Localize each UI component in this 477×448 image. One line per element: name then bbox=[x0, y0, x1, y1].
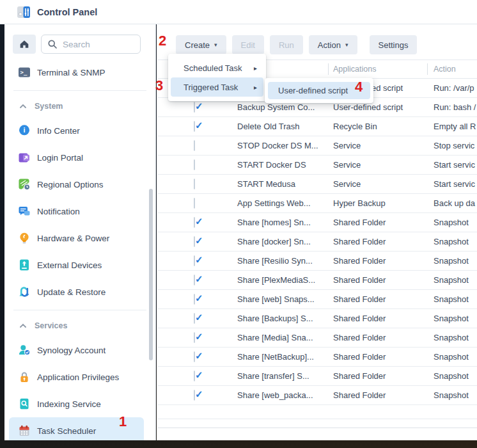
sidebar-item-application-privileges[interactable]: Application Privileges bbox=[9, 364, 144, 390]
sidebar-item-label: Login Portal bbox=[37, 153, 83, 163]
row-checkbox[interactable]: ✓ bbox=[194, 275, 195, 285]
step-annotation-4: 4 bbox=[355, 80, 363, 94]
terminal-icon: >_ bbox=[18, 66, 31, 79]
task-name-cell: Share [homes] Sn... bbox=[222, 218, 328, 227]
svg-text:>_: >_ bbox=[20, 69, 27, 76]
sidebar-item-label: External Devices bbox=[37, 260, 102, 270]
sidebar-item-info-center[interactable]: i Info Center bbox=[9, 117, 144, 144]
menu-item-triggered-task[interactable]: Triggered Task ▸ bbox=[171, 77, 263, 97]
row-checkbox[interactable] bbox=[194, 159, 195, 170]
caret-down-icon: ▾ bbox=[214, 42, 217, 48]
sidebar-item-label: Task Scheduler bbox=[37, 426, 96, 436]
table-row[interactable]: ✓ Share [Backups] S... Shared Folder Sna… bbox=[158, 309, 477, 328]
sidebar-item-hardware-power[interactable]: Hardware & Power bbox=[9, 225, 144, 252]
row-checkbox[interactable] bbox=[194, 198, 195, 209]
task-name-cell: START Medusa bbox=[222, 179, 328, 189]
row-checkbox[interactable]: ✓ bbox=[194, 332, 195, 343]
task-app-cell: Shared Folder bbox=[328, 275, 427, 285]
indexing-icon bbox=[18, 397, 31, 410]
task-name-cell: START Docker DS bbox=[222, 160, 328, 170]
table-row[interactable]: STOP Docker DS M... Service Stop servic bbox=[158, 136, 477, 156]
sidebar-item-update-restore[interactable]: Update & Restore bbox=[9, 278, 144, 305]
row-checkbox[interactable] bbox=[194, 140, 195, 151]
sidebar-item-label: Indexing Service bbox=[37, 399, 101, 409]
sidebar: >_ Terminal & SNMP System i Info Center … bbox=[4, 24, 156, 440]
search-input[interactable] bbox=[61, 39, 134, 50]
row-checkbox[interactable]: ✓ bbox=[194, 121, 195, 132]
account-icon bbox=[18, 344, 31, 356]
calendar-icon bbox=[18, 424, 31, 437]
home-icon bbox=[19, 38, 30, 50]
task-app-cell: Shared Folder bbox=[328, 294, 427, 304]
section-label: System bbox=[35, 102, 63, 111]
menu-item-scheduled-task[interactable]: Scheduled Task ▸ bbox=[171, 58, 263, 77]
task-action-cell: Snapshot bbox=[427, 218, 477, 227]
table-row[interactable]: ✓ Share [transfer] S... Shared Folder Sn… bbox=[158, 367, 477, 386]
task-action-cell: Snapshot bbox=[427, 237, 477, 246]
sidebar-item-notification[interactable]: Notification bbox=[9, 198, 144, 225]
table-row[interactable]: App Settings Web... Hyper Backup Back up… bbox=[158, 194, 477, 213]
sidebar-item-terminal-snmp[interactable]: >_ Terminal & SNMP bbox=[9, 59, 144, 86]
column-header-applications[interactable]: Applications bbox=[328, 60, 427, 78]
table-row[interactable]: ✓ Share [Resilio Syn... Shared Folder Sn… bbox=[158, 252, 477, 271]
table-row[interactable]: ✓ Share [PlexMediaS... Shared Folder Sna… bbox=[158, 271, 477, 290]
action-button[interactable]: Action ▾ bbox=[309, 35, 357, 54]
task-name-cell: Share [Resilio Syn... bbox=[222, 256, 328, 266]
table-row[interactable]: ✓ Share [web] Snaps... Shared Folder Sna… bbox=[158, 290, 477, 309]
row-checkbox[interactable]: ✓ bbox=[194, 217, 195, 228]
sidebar-section-services[interactable]: Services bbox=[4, 315, 155, 337]
login-portal-icon bbox=[18, 151, 31, 164]
column-header-action[interactable]: Action bbox=[427, 60, 477, 78]
task-app-cell: Recycle Bin bbox=[328, 122, 427, 131]
titlebar: Control Panel bbox=[0, 0, 477, 24]
toolbar: Create ▾ Edit Run Action ▾ Settings bbox=[176, 35, 417, 54]
sidebar-item-regional-options[interactable]: Regional Options bbox=[9, 171, 144, 198]
task-name-cell: Share [web_packa... bbox=[222, 390, 328, 400]
run-button[interactable]: Run bbox=[270, 35, 303, 54]
table-row[interactable]: ✓ Share [NetBackup]... Shared Folder Sna… bbox=[158, 348, 477, 367]
check-icon: ✓ bbox=[195, 350, 203, 362]
row-checkbox[interactable]: ✓ bbox=[194, 371, 195, 381]
table-row[interactable]: ✓ Share [Media] Sna... Shared Folder Sna… bbox=[158, 328, 477, 348]
row-checkbox[interactable] bbox=[194, 179, 195, 189]
sidebar-section-system[interactable]: System bbox=[4, 95, 155, 117]
create-button[interactable]: Create ▾ bbox=[176, 35, 226, 54]
edit-button-label: Edit bbox=[241, 40, 255, 50]
regional-options-icon bbox=[18, 178, 31, 191]
row-checkbox[interactable]: ✓ bbox=[194, 102, 195, 113]
row-checkbox[interactable]: ✓ bbox=[194, 294, 195, 305]
sidebar-item-login-portal[interactable]: Login Portal bbox=[9, 144, 144, 171]
table-row[interactable]: START Docker DS Service Start servic bbox=[158, 156, 477, 175]
task-app-cell: Shared Folder bbox=[328, 237, 427, 246]
row-checkbox[interactable]: ✓ bbox=[194, 255, 195, 266]
table-row[interactable]: ✓ Share [docker] Sn... Shared Folder Sna… bbox=[158, 232, 477, 252]
menu-item-label: Triggered Task bbox=[184, 83, 238, 92]
home-button[interactable] bbox=[13, 35, 36, 54]
desktop-background: Control Panel >_ Terminal & SNMP bbox=[0, 0, 477, 448]
row-checkbox[interactable]: ✓ bbox=[194, 236, 195, 247]
action-button-label: Action bbox=[318, 40, 341, 50]
sidebar-scrollbar-thumb[interactable] bbox=[149, 189, 153, 360]
sidebar-item-synology-account[interactable]: Synology Account bbox=[9, 337, 144, 364]
table-row[interactable]: ✓ Share [web_packa... Shared Folder Snap… bbox=[158, 386, 477, 405]
table-row[interactable]: ✓ Delete Old Trash Recycle Bin Empty all… bbox=[158, 117, 477, 136]
row-checkbox[interactable]: ✓ bbox=[194, 351, 195, 362]
task-action-cell: Back up da bbox=[427, 198, 477, 208]
task-action-cell: Snapshot bbox=[427, 371, 477, 381]
search-icon bbox=[47, 39, 58, 49]
settings-button[interactable]: Settings bbox=[370, 35, 418, 54]
task-app-cell: Hyper Backup bbox=[328, 198, 427, 208]
table-row[interactable]: ✓ Share [homes] Sn... Shared Folder Snap… bbox=[158, 213, 477, 232]
search-box[interactable] bbox=[41, 35, 141, 54]
row-checkbox[interactable]: ✓ bbox=[194, 390, 195, 401]
check-icon: ✓ bbox=[195, 331, 203, 342]
table-row[interactable]: START Medusa Service Start servic bbox=[158, 175, 477, 194]
task-app-cell: Shared Folder bbox=[328, 218, 427, 227]
task-action-cell: Snapshot bbox=[427, 275, 477, 285]
edit-button[interactable]: Edit bbox=[232, 35, 264, 54]
row-checkbox[interactable]: ✓ bbox=[194, 313, 195, 324]
task-app-cell: Shared Folder bbox=[328, 333, 427, 342]
task-action-cell: Start servic bbox=[427, 160, 477, 170]
sidebar-item-external-devices[interactable]: External Devices bbox=[9, 252, 144, 278]
task-name-cell: Share [Backups] S... bbox=[222, 314, 328, 323]
